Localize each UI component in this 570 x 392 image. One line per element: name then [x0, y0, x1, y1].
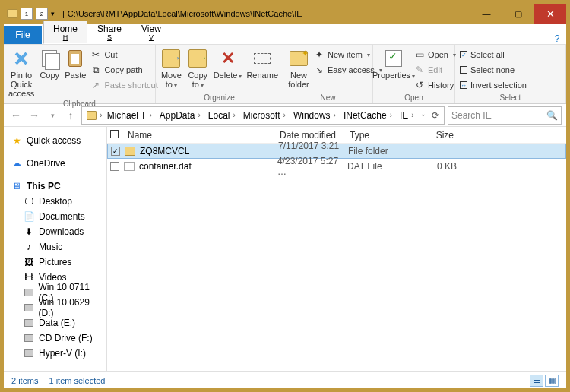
select-all-checkbox[interactable]: [110, 130, 119, 141]
pin-to-quick-access-button[interactable]: Pin to Quick access: [8, 46, 34, 98]
paste-icon: [68, 50, 82, 67]
status-bar: 2 items 1 item selected ☰ ▦: [4, 371, 566, 388]
file-list[interactable]: ✓ ZQ8MCVCL 7/11/2017 3:21 … File folder …: [107, 144, 566, 371]
paste-shortcut-button[interactable]: ↗Paste shortcut: [90, 78, 157, 92]
invert-selection-button[interactable]: ↔Invert selection: [460, 78, 527, 92]
new-item-button[interactable]: ✦New item▾: [314, 48, 382, 62]
group-clipboard: Pin to Quick access Copy Paste ✂Cut ⧉Cop…: [4, 45, 156, 103]
new-folder-button[interactable]: New folder: [288, 46, 309, 89]
drive-icon: [24, 333, 34, 343]
tab-file[interactable]: File: [4, 26, 42, 44]
delete-button[interactable]: ✕ Delete▾: [214, 46, 242, 81]
dropdown-icon[interactable]: ⌄: [420, 110, 426, 121]
file-name: container.dat: [139, 161, 277, 172]
file-type: File folder: [348, 146, 420, 156]
group-organize: Move to▾ Copy to▾ ✕ Delete▾ Rename Organ…: [156, 45, 283, 103]
sparkle-icon: ✦: [314, 49, 325, 60]
pc-icon: 🖥: [11, 181, 22, 191]
copy-path-button[interactable]: ⧉Copy path: [90, 63, 157, 77]
crumb-item[interactable]: Michael T›: [103, 107, 155, 124]
file-modified: 4/23/2017 5:27 …: [277, 156, 347, 177]
file-size: 0 KB: [419, 161, 464, 172]
nav-forward-button[interactable]: →: [27, 108, 42, 123]
row-checkbox[interactable]: [110, 162, 119, 171]
cloud-icon: ☁: [11, 158, 22, 169]
folder-icon: 🎞: [24, 272, 34, 283]
invert-icon: ↔: [460, 81, 467, 89]
paste-button[interactable]: Paste: [65, 46, 86, 80]
minimize-button[interactable]: —: [470, 4, 502, 24]
delete-icon: ✕: [217, 48, 239, 69]
col-name[interactable]: Name: [123, 130, 275, 141]
tab-home[interactable]: HomeH: [43, 21, 87, 44]
navigation-pane[interactable]: ★Quick access☁OneDrive🖥This PC🖵Desktop📄D…: [4, 127, 107, 371]
copy-button[interactable]: Copy: [39, 46, 60, 80]
search-input[interactable]: Search IE 🔍: [448, 106, 562, 125]
move-to-button[interactable]: Move to▾: [160, 46, 182, 90]
drive-icon: [24, 348, 34, 359]
path-icon: ⧉: [90, 65, 101, 75]
crumb-item[interactable]: IE›: [395, 107, 417, 124]
nav-recent-button[interactable]: ▾: [45, 108, 60, 123]
folder-icon: 📄: [24, 211, 34, 222]
sidebar-item[interactable]: 📄Documents: [5, 209, 105, 224]
sidebar-item[interactable]: CD Drive (F:): [5, 330, 105, 346]
explorer-window: 1 2 ▾ | C:\Users\RMT\AppData\Local\Micro…: [0, 0, 570, 392]
shortcut-icon: ↗: [90, 80, 101, 90]
crumb-item[interactable]: Microsoft›: [239, 107, 289, 124]
ribbon-help-icon[interactable]: ?: [548, 33, 566, 44]
scissors-icon: ✂: [90, 49, 101, 60]
sidebar-item[interactable]: ♪Music: [5, 239, 105, 254]
sidebar-item[interactable]: 🖼Pictures: [5, 254, 105, 270]
qat-badge-2[interactable]: 2: [36, 8, 48, 20]
ribbon: Pin to Quick access Copy Paste ✂Cut ⧉Cop…: [4, 45, 566, 104]
refresh-icon[interactable]: ⟳: [432, 110, 439, 121]
copy-to-button[interactable]: Copy to▾: [187, 46, 209, 90]
col-type[interactable]: Type: [345, 130, 416, 141]
tab-view[interactable]: ViewV: [131, 21, 171, 44]
sidebar-item[interactable]: Hyper-V (I:): [5, 346, 105, 361]
drive-icon: [24, 287, 34, 298]
history-icon: ↺: [414, 80, 425, 90]
nav-back-button[interactable]: ←: [8, 108, 24, 123]
sidebar-item[interactable]: 🖵Desktop: [5, 194, 105, 209]
nav-up-button[interactable]: ↑: [63, 108, 78, 123]
sidebar-item[interactable]: ☁OneDrive: [5, 156, 105, 171]
search-placeholder: Search IE: [451, 110, 492, 121]
properties-icon: [385, 50, 402, 67]
details-view-button[interactable]: ☰: [530, 375, 543, 387]
sidebar-item[interactable]: ⬇Downloads: [5, 224, 105, 239]
file-type: DAT File: [347, 161, 419, 172]
search-icon: 🔍: [546, 110, 558, 121]
rename-button[interactable]: Rename: [246, 46, 278, 80]
close-button[interactable]: ✕: [534, 4, 566, 24]
crumb-item[interactable]: AppData›: [155, 107, 204, 124]
qat-badge-1[interactable]: 1: [21, 8, 33, 20]
open-button[interactable]: ▭Open▾: [414, 48, 456, 62]
select-none-button[interactable]: Select none: [460, 63, 527, 77]
crumb-item[interactable]: INetCache›: [339, 107, 395, 124]
sidebar-item[interactable]: 🖥This PC: [5, 179, 105, 194]
qat-overflow-icon[interactable]: ▾: [51, 10, 55, 17]
col-modified[interactable]: Date modified: [275, 130, 345, 141]
history-button[interactable]: ↺History: [414, 78, 456, 92]
breadcrumb[interactable]: › Michael T›AppData›Local›Microsoft›Wind…: [81, 106, 445, 125]
properties-button[interactable]: Properties▾: [378, 46, 410, 81]
file-row[interactable]: container.dat 4/23/2017 5:27 … DAT File …: [107, 159, 566, 174]
edit-button[interactable]: ✎Edit: [414, 63, 456, 77]
icons-view-button[interactable]: ▦: [545, 375, 559, 387]
row-checkbox[interactable]: ✓: [111, 147, 120, 156]
drive-icon: [24, 318, 34, 328]
folder-icon: [7, 9, 17, 18]
folder-icon: ♪: [24, 242, 34, 252]
cut-button[interactable]: ✂Cut: [90, 48, 157, 62]
col-size[interactable]: Size: [416, 130, 462, 141]
select-all-button[interactable]: ✓Select all: [460, 48, 527, 62]
crumb-item[interactable]: Windows›: [289, 107, 339, 124]
maximize-button[interactable]: ▢: [502, 4, 534, 24]
folder-icon: 🖼: [24, 257, 34, 267]
sidebar-item[interactable]: ★Quick access: [5, 133, 105, 148]
crumb-item[interactable]: Local›: [204, 107, 239, 124]
tab-share[interactable]: ShareS: [87, 21, 131, 44]
sidebar-item[interactable]: Win 10 0629 (D:): [5, 300, 105, 315]
